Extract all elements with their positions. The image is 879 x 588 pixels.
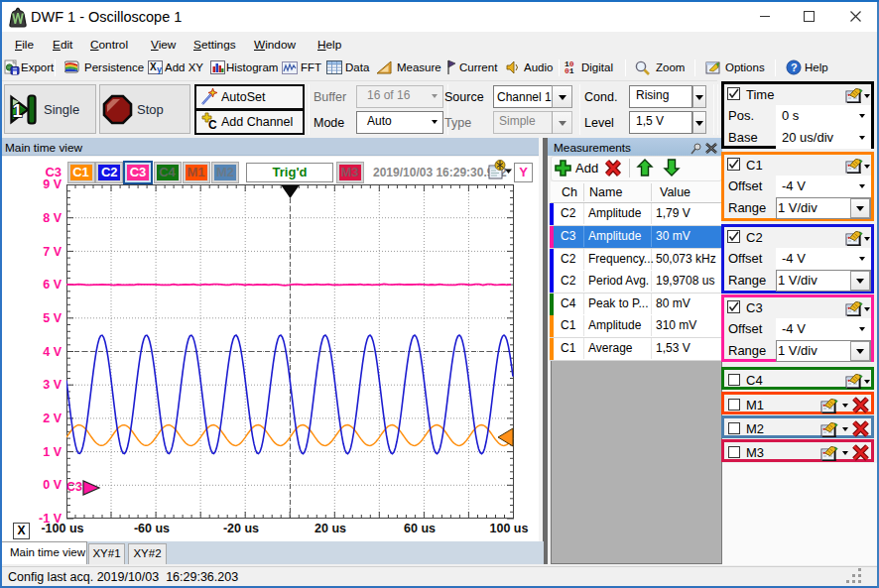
svg-text:C: C [208,118,217,131]
svg-text:X: X [150,61,157,72]
svg-text:1: 1 [13,101,23,121]
svg-text:?: ? [791,61,798,73]
svg-text:y: y [157,64,162,74]
